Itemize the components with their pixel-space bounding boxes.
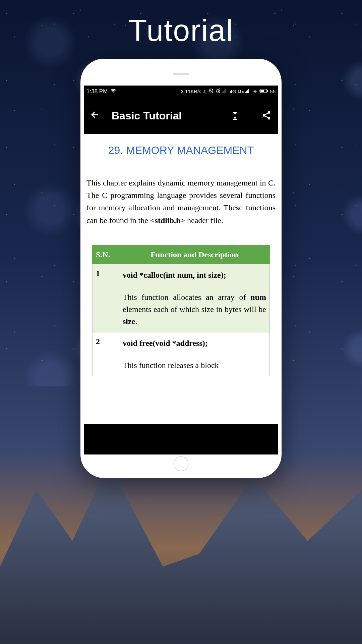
functions-table: S.N. Function and Description 1 void *ca… xyxy=(92,245,270,376)
fullscreen-icon[interactable] xyxy=(230,111,240,120)
svg-rect-5 xyxy=(245,92,246,93)
signal-icon xyxy=(223,89,228,94)
table-header-row: S.N. Function and Description xyxy=(93,245,270,264)
func-description: This function releases a block xyxy=(123,361,219,370)
alarm-icon xyxy=(216,88,221,95)
wifi-icon xyxy=(110,88,116,95)
chapter-paragraph: This chapter explains dynamic memory man… xyxy=(85,177,277,227)
mute-icon xyxy=(208,88,214,95)
app-bar: Basic Tutorial xyxy=(84,97,278,134)
table-header-sn: S.N. xyxy=(93,245,119,264)
svg-rect-8 xyxy=(248,89,249,93)
svg-point-12 xyxy=(268,111,270,114)
stdlib-label: <stdlib.h> xyxy=(150,216,185,225)
svg-rect-10 xyxy=(267,90,268,92)
svg-rect-7 xyxy=(247,90,248,93)
status-battery-pct: 55 xyxy=(270,89,276,94)
app-title: Basic Tutorial xyxy=(112,110,219,122)
home-button[interactable] xyxy=(174,456,189,471)
func-signature: void free(void *address); xyxy=(123,337,266,349)
status-left: 1:38 PM xyxy=(86,88,116,95)
svg-rect-6 xyxy=(246,91,247,93)
table-row: 2 void free(void *address); This functio… xyxy=(93,332,270,376)
row-content: void *calloc(int num, int size); This fu… xyxy=(119,264,270,332)
content-area[interactable]: 29. MEMORY MANAGEMENT This chapter expla… xyxy=(84,134,278,424)
wifi2-icon xyxy=(252,89,258,94)
svg-rect-2 xyxy=(224,91,224,93)
phone-speaker xyxy=(173,73,189,75)
share-icon[interactable] xyxy=(261,110,272,121)
status-4g: 4G xyxy=(230,89,236,94)
table-header-func: Function and Description xyxy=(119,245,270,264)
phone-frame: 1:38 PM 3.11KB/s ♫ 4G LTE xyxy=(80,59,282,478)
phone-screen: 1:38 PM 3.11KB/s ♫ 4G LTE xyxy=(84,86,278,454)
svg-rect-11 xyxy=(260,90,264,92)
page-title: Tutorial xyxy=(129,13,234,48)
func-description: This function allocates an array of num … xyxy=(123,293,266,326)
svg-rect-4 xyxy=(226,89,226,93)
row-content: void free(void *address); This function … xyxy=(119,332,270,376)
battery-icon xyxy=(259,89,268,94)
status-right: 3.11KB/s ♫ 4G LTE xyxy=(181,88,276,95)
signal2-icon xyxy=(245,89,251,94)
row-sn: 2 xyxy=(93,332,119,376)
headphones-icon: ♫ xyxy=(203,89,206,94)
table-row: 1 void *calloc(int num, int size); This … xyxy=(93,264,270,332)
svg-rect-3 xyxy=(225,90,225,93)
svg-point-13 xyxy=(263,114,265,117)
chapter-heading: 29. MEMORY MANAGEMENT xyxy=(85,144,277,157)
row-sn: 1 xyxy=(93,264,119,332)
status-lte: LTE xyxy=(238,90,244,93)
paragraph-text-after: header file. xyxy=(185,216,223,225)
bottom-ad-bar xyxy=(84,424,278,454)
status-bar: 1:38 PM 3.11KB/s ♫ 4G LTE xyxy=(84,86,278,97)
func-signature: void *calloc(int num, int size); xyxy=(123,269,266,281)
status-netspeed: 3.11KB/s xyxy=(181,89,201,94)
back-icon[interactable] xyxy=(90,109,100,122)
svg-point-14 xyxy=(268,117,270,120)
status-time: 1:38 PM xyxy=(86,88,108,95)
svg-rect-1 xyxy=(223,92,223,93)
